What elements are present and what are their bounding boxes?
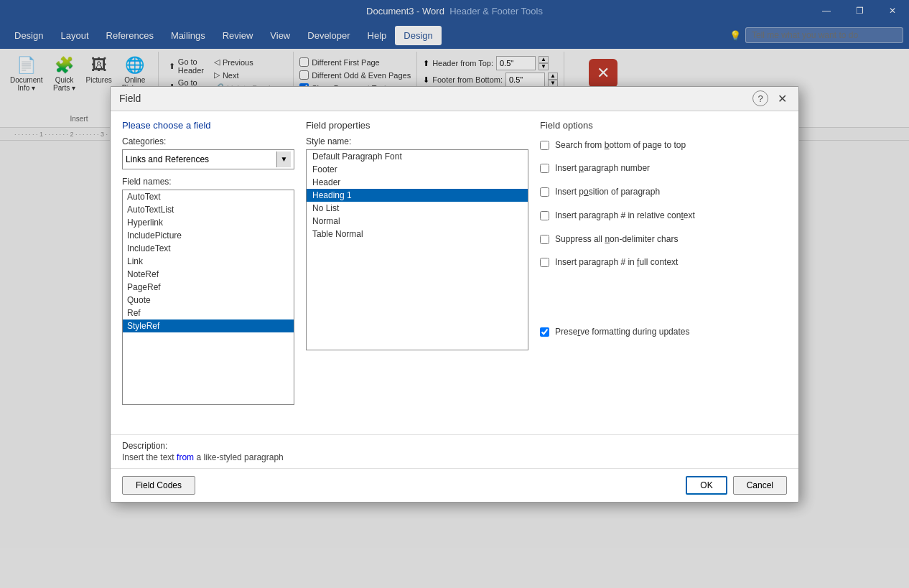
dialog-title-controls: ? ✕ <box>752 90 790 106</box>
style-name-label: Style name: <box>306 136 528 141</box>
search-bottom-checkbox[interactable] <box>540 141 549 141</box>
field-options-title: Field options <box>540 120 787 131</box>
field-properties-title: Field properties <box>306 120 528 131</box>
dialog-overlay: Field ? ✕ Please choose a field Categori… <box>0 0 909 141</box>
right-panel: Field options Search from bottom of page… <box>540 120 787 141</box>
categories-label: Categories: <box>122 136 294 141</box>
dialog-help-button[interactable]: ? <box>752 90 768 106</box>
search-bottom-label: Search from bottom of page to top <box>555 139 686 141</box>
dialog-body: Please choose a field Categories: Links … <box>111 111 798 141</box>
search-bottom-option: Search from bottom of page to top <box>540 139 787 141</box>
field-dialog: Field ? ✕ Please choose a field Categori… <box>110 86 799 141</box>
dialog-title: Field <box>119 93 141 104</box>
middle-panel: Field properties Style name: Default Par… <box>306 120 528 141</box>
left-panel: Please choose a field Categories: Links … <box>122 120 294 141</box>
please-choose-field-title: Please choose a field <box>122 120 294 131</box>
dialog-close-button[interactable]: ✕ <box>774 90 790 106</box>
dialog-titlebar: Field ? ✕ <box>111 87 798 111</box>
